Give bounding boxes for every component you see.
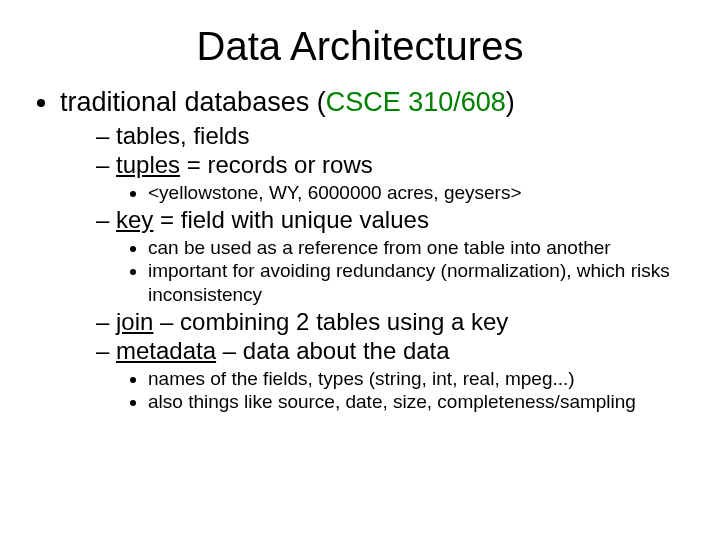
slide: Data Architectures traditional databases…	[0, 0, 720, 540]
term-join: join	[116, 308, 153, 335]
bullet-list-level-2: tables, fields tuples = records or rows …	[60, 122, 700, 413]
term-tuples: tuples	[116, 151, 180, 178]
text-segment: )	[506, 87, 515, 117]
metadata-source-note: also things like source, date, size, com…	[148, 390, 700, 413]
sub-key: key = field with unique values can be us…	[96, 206, 700, 306]
bullet-list-level-3: names of the fields, types (string, int,…	[114, 367, 700, 413]
text-segment: traditional databases (	[60, 87, 326, 117]
sub-join: join – combining 2 tables using a key	[96, 308, 700, 336]
term-metadata: metadata	[116, 337, 216, 364]
text-segment: = field with unique values	[153, 206, 429, 233]
text-segment: – data about the data	[216, 337, 450, 364]
metadata-fields-note: names of the fields, types (string, int,…	[148, 367, 700, 390]
example-tuple: <yellowstone, WY, 6000000 acres, geysers…	[148, 181, 700, 204]
sub-metadata: metadata – data about the data names of …	[96, 337, 700, 413]
sub-tables-fields: tables, fields	[96, 122, 700, 150]
text-segment: – combining 2 tables using a key	[153, 308, 508, 335]
key-reference-note: can be used as a reference from one tabl…	[148, 236, 700, 259]
course-code: CSCE 310/608	[326, 87, 506, 117]
bullet-list-level-3: <yellowstone, WY, 6000000 acres, geysers…	[114, 181, 700, 204]
term-key: key	[116, 206, 153, 233]
sub-tuples: tuples = records or rows <yellowstone, W…	[96, 151, 700, 204]
bullet-list-level-1: traditional databases (CSCE 310/608) tab…	[20, 87, 700, 413]
slide-title: Data Architectures	[20, 24, 700, 69]
bullet-list-level-3: can be used as a reference from one tabl…	[114, 236, 700, 306]
key-normalization-note: important for avoiding redundancy (norma…	[148, 259, 700, 305]
text-segment: = records or rows	[180, 151, 373, 178]
bullet-traditional-databases: traditional databases (CSCE 310/608) tab…	[60, 87, 700, 413]
